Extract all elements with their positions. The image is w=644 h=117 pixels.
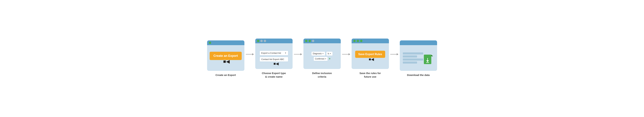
dot-gray-3 [312, 40, 314, 42]
doc-line-4 [403, 62, 417, 64]
step3-wrapper: Diagnosis ▼ Is ▼ Confirmed ▼ + Define in… [304, 39, 341, 78]
filter-chip-is[interactable]: Is ▼ [326, 51, 333, 56]
svg-marker-7 [397, 53, 398, 55]
arrow-svg-4 [390, 52, 398, 56]
arrow-2 [292, 52, 304, 56]
workflow-container: Create an Export ■◀ Create an Export Exp… [203, 39, 441, 78]
step1-wrapper: Create an Export ■◀ Create an Export [207, 40, 244, 77]
dot-green-4a [353, 40, 356, 42]
chip-diagnosis-label: Diagnosis [313, 52, 322, 55]
step3-card: Diagnosis ▼ Is ▼ Confirmed ▼ + [304, 39, 341, 69]
filter-row: Diagnosis ▼ Is ▼ Confirmed ▼ + [306, 51, 338, 61]
step1-card-header [207, 40, 244, 45]
chip-confirmed-arrow: ▼ [325, 58, 326, 60]
add-filter-button[interactable]: + [329, 57, 330, 61]
chip-is-arrow: ▼ [330, 53, 331, 54]
filter-chip-diagnosis[interactable]: Diagnosis ▼ [311, 51, 325, 56]
arrow-svg-3 [342, 52, 350, 56]
doc-line-2 [403, 55, 417, 57]
arrow-4 [389, 52, 400, 56]
dropdown-arrow-icon: ▼ [285, 52, 286, 54]
step5-wrapper: Download the data [400, 40, 437, 77]
step2-card-body: Export a Contact list ▼ Contact list Exp… [255, 43, 292, 69]
arrow-1 [244, 52, 255, 56]
step1-label: Create an Export [216, 73, 236, 77]
save-export-rules-button[interactable]: Save Export Rules [355, 51, 385, 58]
svg-marker-9 [431, 55, 433, 56]
step2-wrapper: Export a Contact list ▼ Contact list Exp… [255, 39, 292, 78]
step5-card-header [400, 40, 437, 45]
download-doc-icon-wrapper [424, 55, 433, 66]
svg-marker-1 [252, 53, 254, 55]
svg-marker-3 [300, 53, 302, 55]
step4-label: Save the rules forfuture use [360, 71, 381, 78]
cursor-icon-3: ■◀ [369, 57, 374, 62]
doc-line-3 [403, 58, 423, 61]
step4-card-body: Save Export Rules ■◀ [352, 43, 389, 69]
step4-wrapper: Save Export Rules ■◀ Save the rules forf… [352, 39, 389, 78]
step5-card [400, 40, 437, 71]
dot-green-4c [360, 40, 362, 42]
step4-card: Save Export Rules ■◀ [352, 39, 389, 69]
dot-green-2 [257, 40, 259, 42]
doc-lines [403, 52, 423, 64]
dot-green-3b [308, 40, 311, 42]
step3-label: Define inclusioncriteria [312, 71, 332, 78]
cursor-icon-2: ■◀ [274, 62, 279, 66]
step2-label: Choose Export type& create name [262, 71, 286, 78]
export-type-dropdown[interactable]: Export a Contact list ▼ [260, 51, 288, 55]
step2-card-header [255, 39, 292, 43]
download-doc-icon [424, 55, 433, 65]
step5-label: Download the data [407, 73, 430, 77]
chip-diagnosis-arrow: ▼ [322, 53, 324, 54]
step2-card: Export a Contact list ▼ Contact list Exp… [255, 39, 292, 69]
dot-gray-2a [260, 40, 263, 42]
filter-chip-confirmed[interactable]: Confirmed ▼ [314, 57, 328, 61]
step5-card-body [400, 45, 437, 71]
cursor-icon-1: ■◀ [223, 59, 230, 64]
step3-card-body: Diagnosis ▼ Is ▼ Confirmed ▼ + [304, 43, 341, 69]
arrow-svg-2 [294, 52, 302, 56]
step4-card-header [352, 39, 389, 43]
export-name-field[interactable]: Contact list Export ABC [260, 57, 288, 62]
step1-card-body: Create an Export ■◀ [207, 45, 244, 71]
chip-confirmed-label: Confirmed [315, 58, 324, 60]
svg-marker-5 [348, 53, 350, 55]
dot-gray-2b [264, 40, 266, 42]
dot-green-4b [357, 40, 359, 42]
arrow-svg-1 [246, 52, 254, 56]
dot-green-3a [305, 40, 308, 42]
dropdown-label: Export a Contact list [261, 52, 281, 54]
dot-green-1 [209, 42, 211, 44]
doc-line-1 [403, 52, 423, 54]
arrow-3 [341, 52, 352, 56]
chip-is-label: Is [328, 52, 329, 55]
step3-card-header [304, 39, 341, 43]
step1-card: Create an Export ■◀ [207, 40, 244, 71]
